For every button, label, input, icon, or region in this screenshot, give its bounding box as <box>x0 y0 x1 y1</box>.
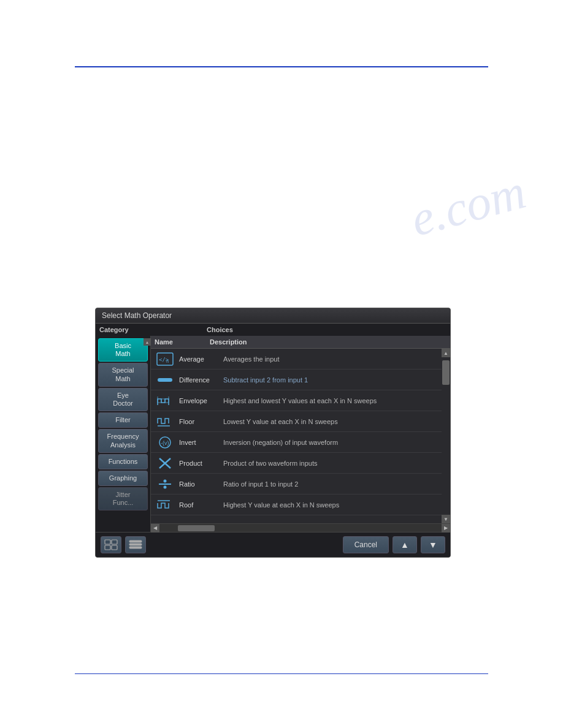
avg-icon: </> n <box>155 351 175 367</box>
choice-row-average[interactable]: </> n Average Averages the input <box>151 349 442 370</box>
choice-desc-invert: Inversion (negation) of input waveform <box>223 439 438 446</box>
footer-icon-btn-1[interactable] <box>101 536 121 553</box>
bottom-decorative-line <box>75 673 488 674</box>
invert-icon: -(v) <box>155 434 175 450</box>
footer-icon-btn-2[interactable] <box>125 536 146 553</box>
choice-desc-floor: Lowest Y value at each X in N sweeps <box>223 418 438 425</box>
choice-name-ratio: Ratio <box>179 480 223 488</box>
choice-row-product[interactable]: Product Product of two waveform inputs <box>151 453 442 474</box>
choice-row-difference[interactable]: Difference Subtract input 2 from input 1 <box>151 370 442 390</box>
footer-up-arrow-button[interactable]: ▲ <box>393 536 417 553</box>
choices-vertical-scrollbar[interactable]: ▲ ▼ <box>442 349 450 523</box>
choice-desc-average: Averages the input <box>223 355 438 363</box>
svg-text:-(v): -(v) <box>161 440 169 446</box>
choices-label: Choices <box>207 326 233 333</box>
watermark-text: e.com <box>405 164 532 248</box>
col-desc-header: Description <box>210 338 446 346</box>
product-icon <box>155 455 175 471</box>
cat-btn-special-math[interactable]: SpecialMath <box>98 363 148 386</box>
svg-point-9 <box>164 479 167 482</box>
choices-panel: Name Description </> n <box>151 336 450 532</box>
choice-row-ratio[interactable]: Ratio Ratio of input 1 to input 2 <box>151 474 442 495</box>
cat-btn-filter[interactable]: Filter <box>98 412 148 428</box>
choice-desc-product: Product of two waveform inputs <box>223 460 438 467</box>
svg-rect-3 <box>158 378 172 382</box>
cat-btn-eye-doctor[interactable]: EyeDoctor <box>98 388 148 411</box>
cat-btn-frequency-analysis[interactable]: FrequencyAnalysis <box>98 429 148 452</box>
svg-rect-18 <box>129 544 142 545</box>
choice-name-difference: Difference <box>179 376 223 384</box>
dialog-content: BasicMath SpecialMath EyeDoctor Filter F… <box>96 336 450 532</box>
cat-btn-jitter-functions[interactable]: JitterFunc... <box>98 487 148 510</box>
choice-row-envelope[interactable]: Envelope Highest and lowest Y values at … <box>151 390 442 411</box>
choice-name-envelope: Envelope <box>179 397 223 404</box>
category-label: Category <box>99 326 155 333</box>
hscroll-track[interactable] <box>159 524 442 532</box>
hscroll-thumb[interactable] <box>178 525 215 531</box>
roof-icon <box>155 497 175 513</box>
svg-rect-19 <box>129 547 142 548</box>
svg-rect-16 <box>112 545 117 550</box>
cat-btn-graphing[interactable]: Graphing <box>98 471 148 486</box>
choices-list: </> n Average Averages the input <box>151 349 450 523</box>
ratio-icon <box>155 476 175 492</box>
choice-name-floor: Floor <box>179 418 223 425</box>
choice-desc-roof: Highest Y value at each X in N sweeps <box>223 501 438 509</box>
hscroll-right-arrow[interactable]: ▶ <box>442 524 450 533</box>
floor-icon <box>155 414 175 430</box>
svg-rect-17 <box>129 540 142 542</box>
category-panel: BasicMath SpecialMath EyeDoctor Filter F… <box>96 336 151 532</box>
choice-row-invert[interactable]: -(v) Invert Inversion (negation) of inpu… <box>151 432 442 453</box>
scrollbar-up-arrow[interactable]: ▲ <box>442 349 450 357</box>
svg-text:n: n <box>166 359 169 364</box>
choice-name-roof: Roof <box>179 501 223 509</box>
cat-btn-functions[interactable]: Functions <box>98 454 148 469</box>
svg-point-11 <box>164 485 167 488</box>
choice-desc-difference: Subtract input 2 from input 1 <box>223 376 438 384</box>
diff-icon <box>155 372 175 388</box>
top-decorative-line <box>75 66 488 67</box>
scrollbar-down-arrow[interactable]: ▼ <box>442 515 450 523</box>
scrollbar-thumb[interactable] <box>442 360 450 385</box>
dialog-body: Category Choices BasicMath SpecialMath E… <box>96 324 450 557</box>
dialog-title: Select Math Operator <box>102 311 172 320</box>
choice-name-invert: Invert <box>179 439 223 446</box>
choices-header: Name Description <box>151 336 450 349</box>
scrollbar-track[interactable] <box>442 357 450 515</box>
choice-name-average: Average <box>179 355 223 363</box>
choice-name-product: Product <box>179 460 223 467</box>
dialog-titlebar: Select Math Operator <box>96 308 450 324</box>
choice-desc-envelope: Highest and lowest Y values at each X in… <box>223 397 438 404</box>
cancel-button[interactable]: Cancel <box>343 536 389 553</box>
env-icon <box>155 393 175 409</box>
svg-rect-13 <box>105 540 110 544</box>
choice-row-floor[interactable]: Floor Lowest Y value at each X in N swee… <box>151 411 442 432</box>
choice-desc-ratio: Ratio of input 1 to input 2 <box>223 480 438 488</box>
choice-row-roof[interactable]: Roof Highest Y value at each X in N swee… <box>151 495 442 515</box>
svg-rect-14 <box>112 540 117 544</box>
choices-horizontal-scrollbar[interactable]: ◀ ▶ <box>151 523 450 532</box>
footer-down-arrow-button[interactable]: ▼ <box>421 536 445 553</box>
col-name-header: Name <box>155 338 210 346</box>
dialog-labels: Category Choices <box>96 324 450 336</box>
category-scroll-top[interactable] <box>144 338 151 346</box>
hscroll-left-arrow[interactable]: ◀ <box>151 524 159 533</box>
svg-rect-15 <box>105 545 110 550</box>
select-math-operator-dialog: Select Math Operator Category Choices Ba… <box>95 308 451 558</box>
cat-btn-basic-math[interactable]: BasicMath <box>98 338 148 362</box>
dialog-footer: Cancel ▲ ▼ <box>96 532 450 557</box>
